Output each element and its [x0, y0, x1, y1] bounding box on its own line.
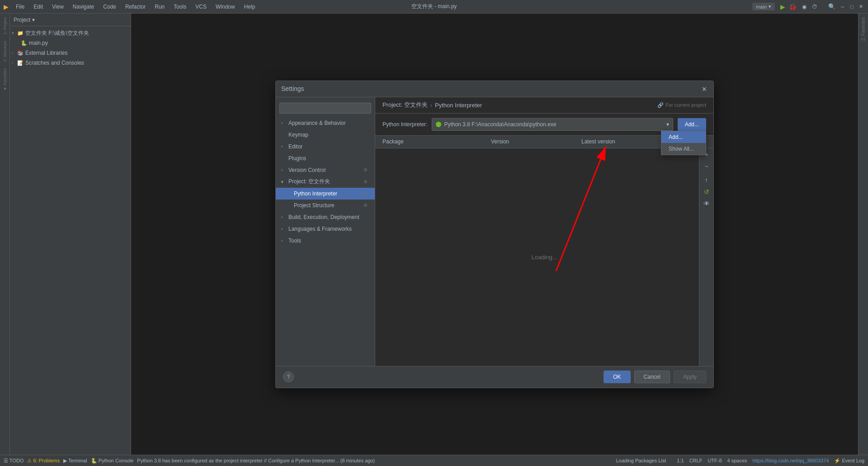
tree-external-libs[interactable]: › 📚 External Libraries: [10, 48, 131, 58]
close-app-button[interactable]: ✕: [857, 3, 864, 10]
menu-refactor[interactable]: Refactor: [122, 3, 149, 11]
right-vtab[interactable]: 2: Favorites: [860, 15, 867, 43]
tree-scratches-label: Scratches and Consoles: [25, 60, 84, 66]
csdn-link[interactable]: https://blog.csdn.net/qq_38603374: [753, 458, 829, 463]
menu-code[interactable]: Code: [99, 3, 120, 11]
app-icon: ▶: [4, 3, 9, 10]
main-layout: Project ▾ ▾ 📁 空文件夹 F:\咸鱼\空文件夹 🐍 main.py …: [10, 14, 858, 455]
profile-button[interactable]: ⏱: [812, 4, 817, 10]
tree-scratches[interactable]: › 📝 Scratches and Consoles: [10, 58, 131, 68]
menu-window[interactable]: Window: [212, 3, 239, 11]
nav-vcs[interactable]: › Version Control ⚙: [276, 164, 375, 176]
menu-navigate[interactable]: Navigate: [69, 3, 98, 11]
nav-editor-arrow: ›: [281, 144, 287, 149]
problems-button[interactable]: ⚠ 6: Problems: [27, 458, 60, 464]
add-dropdown-menu: Add... Show All...: [661, 131, 706, 155]
tree-root-folder[interactable]: ▾ 📁 空文件夹 F:\咸鱼\空文件夹: [10, 28, 131, 38]
nav-editor[interactable]: › Editor: [276, 141, 375, 152]
py-dot-icon: [436, 122, 441, 127]
cancel-button[interactable]: Cancel: [634, 371, 670, 383]
nav-project[interactable]: ▾ Project: 空文件夹 ⚙: [276, 176, 375, 188]
nav-vcs-label: Version Control: [288, 167, 326, 173]
title-bar: ▶ File Edit View Navigate Code Refactor …: [0, 0, 868, 14]
nav-plugins[interactable]: Plugins: [276, 152, 375, 164]
minimize-button[interactable]: ─: [839, 3, 846, 10]
for-current-icon: 🔗: [657, 102, 664, 108]
python-console-button[interactable]: 🐍 Python Console: [91, 458, 134, 464]
package-table: Package Version Latest version Loading..…: [375, 136, 713, 366]
todo-button[interactable]: ☰ TODO: [4, 458, 24, 464]
run-config-arrow: ▾: [769, 4, 771, 10]
nav-keymap-label: Keymap: [288, 132, 308, 138]
encoding: UTF-8: [708, 458, 722, 463]
debug-button[interactable]: 🐞: [789, 3, 797, 10]
for-current-project: 🔗 For current project: [657, 102, 706, 108]
menu-view[interactable]: View: [48, 3, 67, 11]
menu-vcs[interactable]: VCS: [192, 3, 210, 11]
interpreter-dropdown[interactable]: Python 3.8 F:\Anaconda\Anaconda\python.e…: [432, 118, 673, 131]
interpreter-value: Python 3.8 F:\Anaconda\Anaconda\python.e…: [444, 121, 556, 128]
nav-python-interpreter[interactable]: Python Interpreter ⚙: [276, 188, 375, 200]
nav-lang-arrow: ›: [281, 227, 287, 231]
nav-build[interactable]: › Build, Execution, Deployment: [276, 211, 375, 223]
search-everywhere[interactable]: 🔍: [828, 3, 835, 10]
dialog-close-button[interactable]: ✕: [700, 85, 709, 94]
menu-edit[interactable]: Edit: [30, 3, 47, 11]
nav-languages[interactable]: › Languages & Frameworks: [276, 223, 375, 235]
menu-file[interactable]: File: [12, 3, 28, 11]
tree-main-py[interactable]: 🐍 main.py: [10, 38, 131, 48]
th-version: Version: [487, 138, 578, 145]
loading-text: Loading...: [531, 254, 557, 261]
refresh-button[interactable]: ↺: [701, 186, 712, 197]
nav-vcs-icon: ⚙: [363, 167, 368, 172]
settings-search-input[interactable]: [279, 103, 371, 114]
menu-tools[interactable]: Tools: [170, 3, 190, 11]
add-button-container: Add... Add... Show All...: [678, 118, 706, 131]
terminal-button[interactable]: ▶ Terminal: [63, 458, 87, 464]
apply-button[interactable]: Apply: [674, 371, 706, 383]
nav-appearance[interactable]: › Appearance & Behavior: [276, 117, 375, 129]
nav-py-icon: ⚙: [363, 191, 368, 196]
window-title: 空文件夹 - main.py: [411, 3, 457, 10]
menu-help[interactable]: Help: [241, 3, 259, 11]
settings-nav: › Appearance & Behavior Keymap › Editor: [276, 97, 375, 366]
nav-project-structure[interactable]: Project Structure ⚙: [276, 200, 375, 211]
status-right: Loading Packages List 1:1 CRLF UTF-8 4 s…: [616, 458, 864, 464]
status-message: Python 3.8 has been configured as the pr…: [137, 458, 375, 463]
structure-tab[interactable]: 2: Structure: [2, 38, 8, 65]
nav-vcs-arrow: ›: [281, 168, 287, 172]
lib-icon: 📚: [17, 50, 24, 56]
coverage-button[interactable]: ◉: [802, 4, 807, 10]
favorites-tab[interactable]: ★ Favorites: [2, 66, 8, 94]
maximize-button[interactable]: □: [848, 3, 855, 10]
dialog-body: › Appearance & Behavior Keymap › Editor: [276, 97, 713, 366]
add-dropdown-show-all[interactable]: Show All...: [661, 143, 706, 155]
nav-keymap[interactable]: Keymap: [276, 129, 375, 141]
left-vertical-tabs: 1: Project 2: Structure ★ Favorites: [0, 14, 10, 455]
run-config-label: main: [756, 4, 767, 10]
event-log-button[interactable]: ⚡ Event Log: [834, 458, 864, 464]
nav-tools[interactable]: › Tools: [276, 235, 375, 247]
project-panel-header[interactable]: Project ▾: [10, 14, 131, 26]
nav-project-icon: ⚙: [363, 179, 368, 184]
add-button[interactable]: Add...: [678, 118, 706, 131]
ok-button[interactable]: OK: [604, 371, 630, 383]
tree-scratch-arrow: ›: [12, 61, 17, 65]
title-bar-left: ▶ File Edit View Navigate Code Refactor …: [4, 3, 259, 11]
tree-main-py-label: main.py: [29, 40, 48, 46]
run-config[interactable]: main ▾: [752, 3, 775, 10]
help-button[interactable]: ?: [283, 371, 294, 382]
title-bar-controls: main ▾ ▶ 🐞 ◉ ⏱ 🔍 ─ □ ✕: [752, 3, 864, 10]
line-ending: CRLF: [689, 458, 703, 463]
right-panel: 2: Favorites: [858, 14, 868, 455]
run-button[interactable]: ▶: [780, 3, 785, 10]
project-tab[interactable]: 1: Project: [2, 14, 8, 37]
update-package-button[interactable]: ↑: [701, 175, 712, 185]
menu-run[interactable]: Run: [151, 3, 168, 11]
add-dropdown-add[interactable]: Add...: [661, 131, 706, 143]
loading-packages-status: Loading Packages List: [616, 458, 666, 463]
settings-content: Project: 空文件夹 › Python Interpreter 🔗 For…: [375, 97, 713, 366]
show-early-versions-button[interactable]: 👁: [701, 198, 712, 209]
py-file-icon: 🐍: [21, 40, 27, 46]
remove-package-button[interactable]: －: [701, 161, 712, 172]
